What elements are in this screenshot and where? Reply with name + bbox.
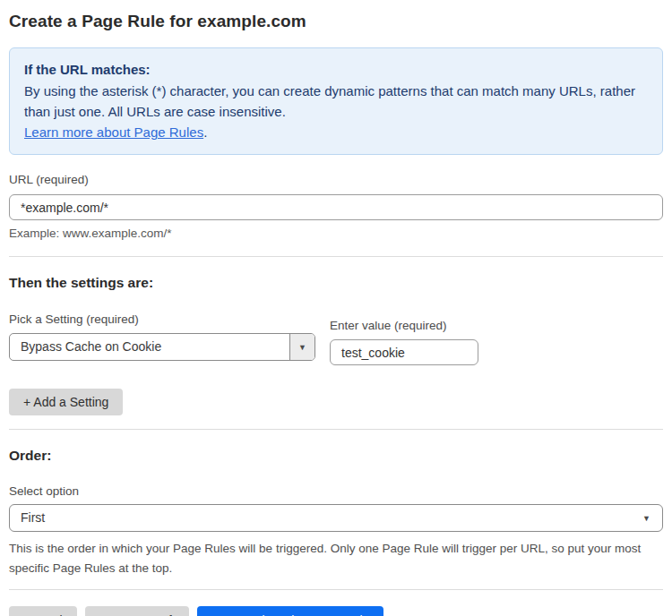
- page-title: Create a Page Rule for example.com: [9, 12, 663, 31]
- value-label: Enter value (required): [330, 312, 478, 332]
- setting-dropdown[interactable]: Bypass Cache on Cookie ▼: [9, 333, 315, 361]
- order-help-text: This is the order in which your Page Rul…: [9, 539, 663, 578]
- setting-dropdown-arrow-button[interactable]: ▼: [289, 334, 314, 360]
- setting-value-column: Enter value (required): [330, 312, 478, 365]
- cancel-button[interactable]: Cancel: [9, 606, 77, 616]
- page-rule-form: Create a Page Rule for example.com If th…: [0, 12, 672, 616]
- order-heading: Order:: [9, 448, 663, 464]
- info-box-body: By using the asterisk (*) character, you…: [24, 81, 648, 122]
- footer-actions: Cancel Save as Draft Save and Deploy Pag…: [9, 606, 663, 616]
- url-input[interactable]: [9, 194, 663, 220]
- save-and-deploy-button[interactable]: Save and Deploy Page Rule: [197, 606, 383, 616]
- learn-more-link[interactable]: Learn more about Page Rules: [24, 124, 203, 140]
- settings-heading: Then the settings are:: [9, 275, 663, 291]
- url-label: URL (required): [9, 173, 663, 186]
- order-select-label: Select option: [9, 484, 663, 498]
- order-select[interactable]: First ▼: [9, 504, 663, 532]
- info-box-link-line: Learn more about Page Rules.: [24, 122, 648, 142]
- setting-picker-column: Pick a Setting (required) Bypass Cache o…: [9, 312, 315, 361]
- url-match-info-box: If the URL matches: By using the asteris…: [9, 47, 663, 155]
- link-period: .: [203, 124, 207, 140]
- setting-dropdown-value: Bypass Cache on Cookie: [10, 334, 289, 360]
- divider: [9, 429, 663, 430]
- divider: [9, 589, 663, 590]
- info-box-heading: If the URL matches:: [24, 59, 648, 80]
- divider: [9, 256, 663, 257]
- order-select-value: First: [10, 505, 662, 531]
- chevron-down-icon: ▼: [642, 505, 650, 531]
- save-as-draft-button[interactable]: Save as Draft: [85, 606, 190, 616]
- setting-label: Pick a Setting (required): [9, 312, 315, 326]
- setting-value-input[interactable]: [330, 339, 478, 365]
- settings-row: Pick a Setting (required) Bypass Cache o…: [9, 312, 663, 365]
- url-example-text: Example: www.example.com/*: [9, 227, 663, 240]
- chevron-down-icon: ▼: [298, 343, 306, 352]
- add-setting-button[interactable]: + Add a Setting: [9, 389, 123, 415]
